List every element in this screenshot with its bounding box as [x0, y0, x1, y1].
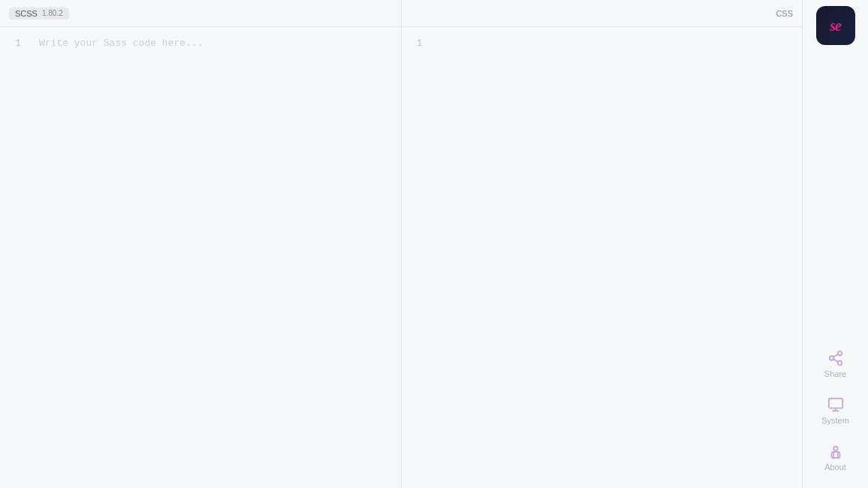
svg-line-3	[833, 359, 837, 362]
svg-rect-5	[828, 399, 842, 408]
sidebar: se Share System	[802, 0, 868, 488]
app-logo: se	[816, 6, 855, 45]
scss-version: 1.80.2	[42, 9, 63, 17]
output-line-numbers: 1	[402, 33, 432, 482]
scss-label: SCSS	[15, 9, 38, 18]
editor-line-numbers: 1	[0, 33, 30, 482]
output-content: 1	[402, 27, 803, 488]
svg-rect-9	[831, 452, 839, 458]
line-number-1: 1	[9, 36, 21, 52]
share-label: Share	[824, 369, 846, 378]
system-label: System	[821, 416, 849, 425]
about-icon	[827, 443, 844, 459]
output-header: CSS	[402, 0, 803, 27]
logo-text: se	[830, 17, 841, 35]
scss-badge: SCSS 1.80.2	[9, 8, 69, 20]
main-area: SCSS 1.80.2 1 Write your Sass code here.…	[0, 0, 868, 488]
editor-placeholder: Write your Sass code here...	[39, 38, 203, 49]
sidebar-item-about[interactable]: About	[809, 435, 863, 479]
output-line-number-1: 1	[411, 36, 423, 52]
share-icon	[827, 350, 844, 366]
css-label: CSS	[776, 9, 793, 18]
editor-panel: SCSS 1.80.2 1 Write your Sass code here.…	[0, 0, 402, 488]
sidebar-item-system[interactable]: System	[809, 389, 863, 432]
svg-point-8	[833, 447, 838, 451]
editor-content[interactable]: 1 Write your Sass code here...	[0, 27, 401, 488]
editor-header: SCSS 1.80.2	[0, 0, 401, 27]
sidebar-item-share[interactable]: Share	[809, 342, 863, 386]
code-editor[interactable]: Write your Sass code here...	[30, 33, 401, 482]
output-panel: CSS 1	[402, 0, 803, 488]
system-icon	[827, 396, 844, 413]
svg-line-4	[833, 354, 837, 357]
about-label: About	[824, 462, 846, 471]
